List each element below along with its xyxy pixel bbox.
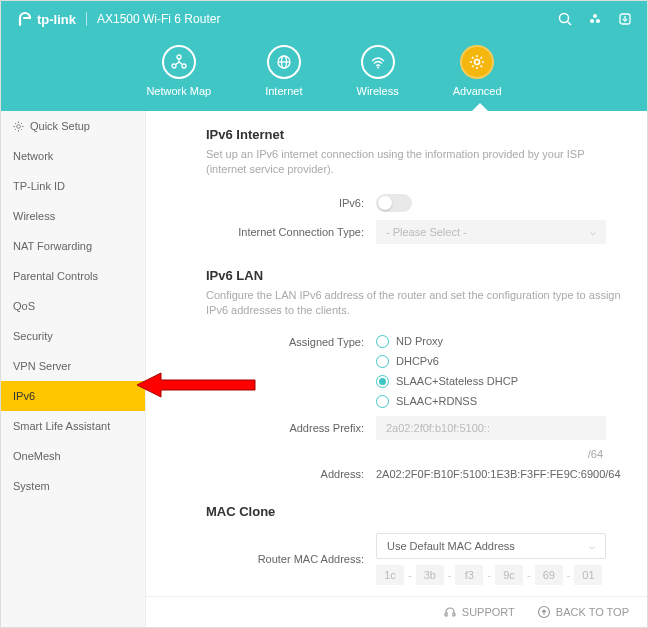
sidebar-item-label: TP-Link ID [13,180,65,192]
back-label: BACK TO TOP [556,606,629,618]
router-mac-select[interactable]: Use Default MAC Address ⌵ [376,533,606,559]
content-pane: IPv6 Internet Set up an IPv6 internet co… [146,111,647,627]
support-button[interactable]: SUPPORT [443,605,515,619]
search-icon[interactable] [557,11,573,27]
brand-name: tp-link [37,12,76,27]
label-ipv6: IPv6: [206,197,376,209]
radio-label: ND Proxy [396,335,443,347]
sidebar-item-vpn-server[interactable]: VPN Server [1,351,145,381]
apps-icon[interactable] [587,11,603,27]
tab-advanced[interactable]: Advanced [453,45,502,97]
svg-point-12 [377,67,379,69]
sidebar-item-nat-forwarding[interactable]: NAT Forwarding [1,231,145,261]
label-conn-type: Internet Connection Type: [206,226,376,238]
section-title-mac-clone: MAC Clone [206,504,623,519]
svg-line-28 [21,129,22,130]
svg-line-1 [568,22,572,26]
mac-byte-input[interactable]: 1c [376,565,404,585]
mac-byte-input[interactable]: 69 [535,565,563,585]
svg-line-21 [481,57,483,59]
svg-line-29 [15,129,16,130]
svg-line-20 [472,66,474,68]
sidebar-item-label: VPN Server [13,360,71,372]
sidebar-item-wireless[interactable]: Wireless [1,201,145,231]
sidebar-item-label: Wireless [13,210,55,222]
sidebar-item-ipv6[interactable]: IPv6 [1,381,145,411]
sidebar-item-onemesh[interactable]: OneMesh [1,441,145,471]
tab-label: Advanced [453,85,502,97]
label-address: Address: [206,468,376,480]
sidebar-item-label: System [13,480,50,492]
label-router-mac: Router MAC Address: [206,553,376,565]
svg-point-3 [590,19,594,23]
sidebar-item-label: IPv6 [13,390,35,402]
tab-wireless[interactable]: Wireless [357,45,399,97]
advanced-icon [460,45,494,79]
support-label: SUPPORT [462,606,515,618]
sidebar-item-parental-controls[interactable]: Parental Controls [1,261,145,291]
sidebar-item-label: Parental Controls [13,270,98,282]
radio-nd-proxy[interactable]: ND Proxy [376,335,623,348]
sidebar-item-label: Network [13,150,53,162]
sidebar-item-label: NAT Forwarding [13,240,92,252]
label-prefix: Address Prefix: [206,422,376,434]
mac-byte-input[interactable]: 01 [574,565,602,585]
sidebar-item-network[interactable]: Network [1,141,145,171]
radio-slaac-rdnss[interactable]: SLAAC+RDNSS [376,395,623,408]
address-value: 2A02:2F0F:B10F:5100:1E3B:F3FF:FE9C:6900/… [376,468,623,480]
label-assigned-type: Assigned Type: [206,335,376,348]
select-value: Use Default MAC Address [387,540,515,552]
radio-dhcpv6[interactable]: DHCPv6 [376,355,623,368]
product-name: AX1500 Wi-Fi 6 Router [97,12,220,26]
ipv6-toggle[interactable] [376,194,412,212]
tab-network-map[interactable]: Network Map [146,45,211,97]
sidebar-item-quick-setup[interactable]: Quick Setup [1,111,145,141]
back-to-top-button[interactable]: BACK TO TOP [537,605,629,619]
chevron-down-icon: ⌵ [590,226,596,237]
sidebar-item-system[interactable]: System [1,471,145,501]
sidebar-item-qos[interactable]: QoS [1,291,145,321]
headset-icon [443,605,457,619]
prefix-input[interactable]: 2a02:2f0f:b10f:5100:: [376,416,606,440]
sidebar-item-smart-life-assistant[interactable]: Smart Life Assistant [1,411,145,441]
section-title-ipv6-internet: IPv6 Internet [206,127,623,142]
svg-point-13 [475,60,480,65]
svg-point-2 [593,14,597,18]
svg-point-4 [596,19,600,23]
mac-sep: - [567,569,571,581]
prefix-suffix: /64 [206,448,603,460]
sidebar-item-security[interactable]: Security [1,321,145,351]
brand-logo: tp-link [15,11,76,27]
sidebar-item-label: Quick Setup [30,120,90,132]
radio-circle-icon [376,335,389,348]
svg-line-19 [481,66,483,68]
svg-line-18 [472,57,474,59]
mac-sep: - [408,569,412,581]
network-map-icon [162,45,196,79]
section-desc: Configure the LAN IPv6 address of the ro… [206,288,623,319]
tab-internet[interactable]: Internet [265,45,302,97]
gear-icon [13,121,24,132]
mac-sep: - [448,569,452,581]
sidebar-item-tp-link-id[interactable]: TP-Link ID [1,171,145,201]
sidebar-item-label: Security [13,330,53,342]
svg-point-22 [17,124,21,128]
mac-byte-input[interactable]: f3 [455,565,483,585]
logout-icon[interactable] [617,11,633,27]
radio-slaac-stateless-dhcp[interactable]: SLAAC+Stateless DHCP [376,375,623,388]
conn-type-select[interactable]: - Please Select - ⌵ [376,220,606,244]
radio-circle-icon [376,355,389,368]
svg-line-27 [15,123,16,124]
radio-circle-icon [376,395,389,408]
section-title-ipv6-lan: IPv6 LAN [206,268,623,283]
mac-sep: - [527,569,531,581]
mac-byte-input[interactable]: 9c [495,565,523,585]
svg-point-0 [560,14,569,23]
radio-label: SLAAC+RDNSS [396,395,477,407]
tab-label: Network Map [146,85,211,97]
internet-icon [267,45,301,79]
tab-label: Wireless [357,85,399,97]
select-value: - Please Select - [386,226,467,238]
sidebar-item-label: Smart Life Assistant [13,420,110,432]
mac-byte-input[interactable]: 3b [416,565,444,585]
